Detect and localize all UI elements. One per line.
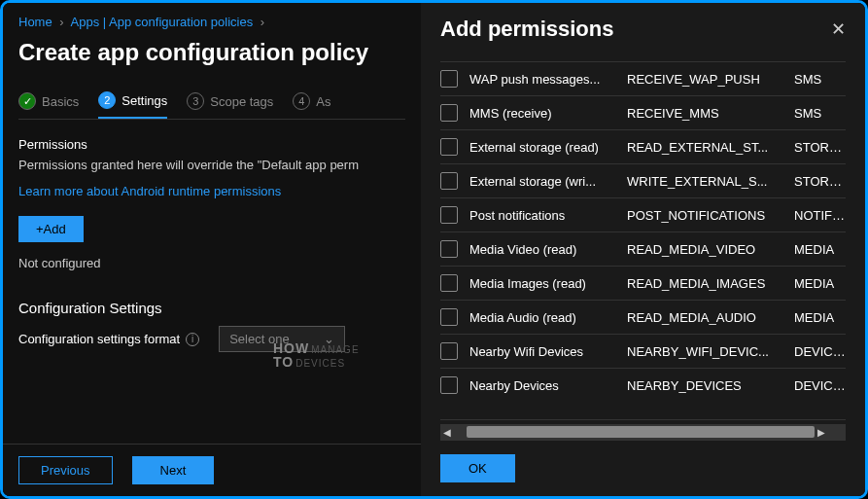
scroll-thumb[interactable] [467, 426, 816, 438]
permission-code: NEARBY_DEVICES [627, 378, 782, 393]
permission-group: DEVICES [794, 344, 846, 359]
permission-row[interactable]: External storage (read)READ_EXTERNAL_ST.… [440, 129, 846, 163]
check-icon: ✓ [18, 92, 36, 110]
permission-row[interactable]: Nearby Wifi DevicesNEARBY_WIFI_DEVIC...D… [440, 334, 846, 368]
checkbox[interactable] [440, 104, 458, 122]
permission-group: SMS [794, 72, 846, 87]
permission-row[interactable]: WAP push messages...RECEIVE_WAP_PUSHSMS [440, 61, 846, 95]
step-number-icon: 4 [293, 92, 310, 110]
checkbox[interactable] [440, 376, 458, 394]
permission-row[interactable]: Nearby DevicesNEARBY_DEVICESDEVICES [440, 368, 846, 402]
previous-button[interactable]: Previous [18, 456, 113, 484]
permission-group: STORAGE [794, 174, 846, 189]
permission-code: RECEIVE_WAP_PUSH [627, 72, 782, 87]
config-format-label: Configuration settings format [18, 332, 180, 346]
add-permissions-panel: Add permissions ✕ WAP push messages...RE… [421, 3, 865, 496]
breadcrumb[interactable]: Home › Apps | App configuration policies… [18, 15, 405, 29]
checkbox[interactable] [440, 172, 458, 190]
permission-name: Media Images (read) [469, 276, 615, 291]
scroll-right-icon[interactable]: ▶ [815, 427, 828, 438]
checkbox[interactable] [440, 70, 458, 88]
permission-code: READ_MEDIA_AUDIO [627, 310, 782, 325]
permission-code: RECEIVE_MMS [627, 106, 782, 121]
tab-label: Scope tags [210, 94, 273, 109]
info-icon[interactable]: i [186, 333, 199, 346]
watermark: HOWMANAGE TODEVICES [273, 341, 360, 369]
permission-row[interactable]: External storage (wri...WRITE_EXTERNAL_S… [440, 163, 846, 197]
checkbox[interactable] [440, 206, 458, 224]
checkbox[interactable] [440, 138, 458, 156]
chevron-right-icon: › [59, 15, 63, 29]
permission-name: MMS (receive) [469, 106, 615, 121]
permission-name: Media Video (read) [469, 242, 615, 257]
permission-group: SMS [794, 106, 846, 121]
permission-row[interactable]: Media Audio (read)READ_MEDIA_AUDIOMEDIA [440, 300, 846, 334]
permission-code: WRITE_EXTERNAL_S... [627, 174, 782, 189]
tab-label: As [316, 94, 330, 109]
panel-title: Add permissions [440, 17, 613, 42]
permission-name: Nearby Devices [469, 378, 615, 393]
tab-label: Settings [122, 93, 167, 108]
permissions-list: WAP push messages...RECEIVE_WAP_PUSHSMSM… [440, 61, 846, 420]
permission-row[interactable]: Media Images (read)READ_MEDIA_IMAGESMEDI… [440, 266, 846, 300]
permission-group: NOTIFICATI [794, 208, 846, 223]
permission-code: READ_MEDIA_VIDEO [627, 242, 782, 257]
ok-button[interactable]: OK [440, 454, 515, 482]
checkbox[interactable] [440, 274, 458, 292]
permission-name: WAP push messages... [469, 72, 615, 87]
step-number-icon: 2 [98, 91, 116, 109]
tab-label: Basics [42, 94, 79, 109]
permissions-helper: Permissions granted here will override t… [18, 158, 405, 172]
page-title: Create app configuration policy [18, 39, 405, 66]
permission-row[interactable]: MMS (receive)RECEIVE_MMSSMS [440, 95, 846, 129]
permission-row[interactable]: Media Video (read)READ_MEDIA_VIDEOMEDIA [440, 232, 846, 266]
tab-basics[interactable]: ✓ Basics [18, 91, 79, 119]
permission-code: READ_EXTERNAL_ST... [627, 140, 782, 155]
permission-group: STORAGE [794, 140, 846, 155]
checkbox[interactable] [440, 240, 458, 258]
breadcrumb-apps[interactable]: Apps | App configuration policies [71, 15, 254, 29]
permission-name: Media Audio (read) [469, 310, 615, 325]
not-configured-label: Not configured [18, 256, 405, 270]
permission-group: MEDIA [794, 276, 846, 291]
tab-assignments[interactable]: 4 As [293, 91, 330, 119]
next-button[interactable]: Next [132, 456, 215, 484]
checkbox[interactable] [440, 308, 458, 326]
add-permission-button[interactable]: +Add [18, 216, 84, 242]
permission-group: MEDIA [794, 242, 846, 257]
permission-name: Nearby Wifi Devices [469, 344, 615, 359]
permission-code: READ_MEDIA_IMAGES [627, 276, 782, 291]
config-settings-heading: Configuration Settings [18, 300, 405, 316]
wizard-tabs: ✓ Basics 2 Settings 3 Scope tags 4 As [18, 91, 405, 120]
permission-row[interactable]: Post notificationsPOST_NOTIFICATIONSNOTI… [440, 197, 846, 232]
breadcrumb-home[interactable]: Home [18, 15, 52, 29]
permission-name: External storage (read) [469, 140, 615, 155]
permission-group: DEVICES [794, 378, 846, 393]
permission-name: External storage (wri... [469, 174, 615, 189]
permission-name: Post notifications [469, 208, 615, 223]
tab-scope-tags[interactable]: 3 Scope tags [187, 91, 273, 119]
chevron-right-icon: › [260, 15, 264, 29]
scroll-left-icon[interactable]: ◀ [440, 427, 454, 438]
permission-group: MEDIA [794, 310, 846, 325]
step-number-icon: 3 [187, 92, 204, 110]
horizontal-scrollbar[interactable]: ◀ ▶ [440, 424, 846, 440]
permission-code: POST_NOTIFICATIONS [627, 208, 782, 223]
learn-more-link[interactable]: Learn more about Android runtime permiss… [18, 184, 405, 198]
permission-code: NEARBY_WIFI_DEVIC... [627, 344, 782, 359]
tab-settings[interactable]: 2 Settings [98, 91, 167, 119]
close-icon[interactable]: ✕ [831, 18, 846, 40]
checkbox[interactable] [440, 342, 458, 360]
permissions-heading: Permissions [18, 137, 405, 152]
